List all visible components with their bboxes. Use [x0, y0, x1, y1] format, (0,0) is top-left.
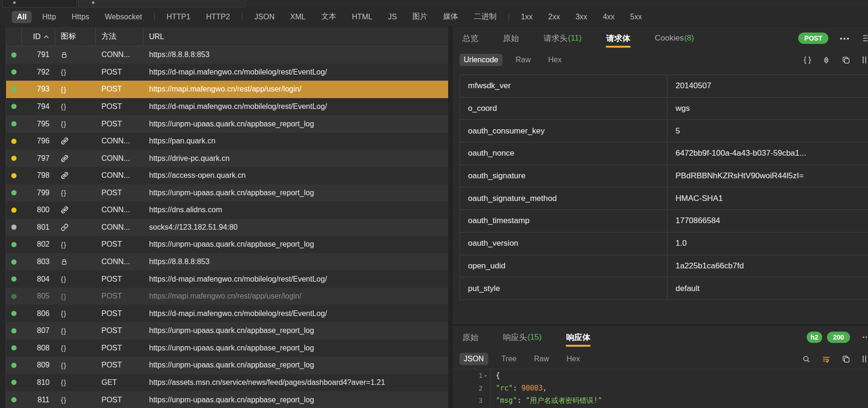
request-id: 797 — [22, 154, 55, 163]
expand-collapse-icon[interactable] — [822, 56, 831, 65]
filter-tab-2xx[interactable]: 2xx — [543, 11, 565, 23]
filter-tab-xml[interactable]: XML — [285, 11, 311, 23]
response-tab-响应头[interactable]: 响应头(15) — [501, 325, 544, 349]
request-tab-请求体[interactable]: 请求体 — [604, 26, 633, 50]
copy-icon[interactable] — [842, 355, 851, 364]
response-view-json[interactable]: JSON — [459, 353, 488, 365]
request-tab-请求头[interactable]: 请求头(11) — [541, 26, 584, 50]
table-row[interactable]: 804{}POSThttps://d-mapi.mafengwo.cn/mobi… — [6, 270, 448, 288]
param-row[interactable]: put_styledefault — [460, 277, 868, 300]
clipped-edge-icon — [861, 33, 868, 43]
token-number: 90003 — [521, 384, 542, 392]
json-braces-icon: {} — [61, 396, 67, 404]
session-tab[interactable] — [2, 0, 77, 8]
param-key: oauth_consumer_key — [460, 120, 668, 142]
request-tab-label: 请求体 — [606, 33, 630, 44]
param-row[interactable]: oauth_version1.0 — [460, 233, 868, 255]
request-id: 808 — [22, 344, 55, 352]
json-braces-icon: {} — [61, 68, 67, 76]
param-row[interactable]: o_coordwgs — [460, 98, 868, 120]
column-header-method[interactable]: 方法 — [96, 27, 143, 46]
status-cell — [6, 156, 22, 161]
param-row[interactable]: oauth_signaturePBdRBBNhKZRsHtV90woiR44l5… — [460, 165, 868, 188]
filter-tab-http2[interactable]: HTTP2 — [201, 11, 235, 23]
request-detail-section: 总览原始请求头(11)请求体Cookies(8) POST ••• Urlenc… — [453, 26, 868, 70]
column-header-status[interactable] — [6, 27, 22, 46]
request-tab-label: 总览 — [462, 33, 478, 44]
filter-tab-http[interactable]: Http — [37, 11, 61, 23]
column-header-id[interactable]: ID — [22, 27, 55, 46]
response-view-tree[interactable]: Tree — [497, 353, 521, 365]
request-id: 809 — [22, 361, 55, 369]
table-row[interactable]: 801CONN...socks4://123.182.51.94:80 — [6, 219, 448, 236]
request-tab-总览[interactable]: 总览 — [460, 26, 481, 50]
request-view-raw[interactable]: Raw — [511, 54, 535, 66]
table-row[interactable]: 799{}POSThttps://unpm-upaas.quark.cn/app… — [6, 184, 448, 202]
param-row[interactable]: oauth_nonce6472bb9f-100a-4a43-b037-59cba… — [460, 142, 868, 165]
filter-tab-http1[interactable]: HTTP1 — [161, 11, 196, 23]
table-row[interactable]: 791CONN...https://8.8.8.8:853 — [6, 46, 448, 64]
table-row[interactable]: 808{}POSThttps://unpm-upaas.quark.cn/app… — [6, 340, 448, 357]
table-row[interactable]: 797CONN...https://drive-pc.quark.cn — [6, 150, 448, 167]
word-wrap-icon[interactable] — [822, 355, 831, 364]
column-header-url[interactable]: URL — [143, 27, 448, 46]
fold-caret-icon[interactable]: ▾ — [483, 373, 488, 378]
request-view-hex[interactable]: Hex — [544, 54, 566, 66]
response-tab-响应体[interactable]: 响应体 — [564, 325, 593, 349]
status-dot-green — [11, 380, 17, 385]
copy-icon[interactable] — [842, 56, 851, 65]
response-tab-原始[interactable]: 原始 — [460, 325, 481, 349]
param-row[interactable]: open_udid1a225b1ca66cb7fd — [460, 255, 868, 278]
filter-tab-https[interactable]: Https — [67, 11, 94, 23]
filter-tab-js[interactable]: JS — [383, 11, 402, 23]
search-icon[interactable] — [802, 355, 811, 364]
table-row[interactable]: 806{}POSThttps://d-mapi.mafengwo.cn/mobi… — [6, 305, 448, 322]
param-row[interactable]: oauth_consumer_key5 — [460, 120, 868, 142]
filter-tab-all[interactable]: All — [12, 11, 32, 23]
table-row[interactable]: 800CONN...https://dns.alidns.com — [6, 201, 448, 219]
table-row[interactable]: 811{}POSThttps://unpm-upaas.quark.cn/app… — [6, 391, 448, 408]
table-row[interactable]: 805{}POSThttps://mapi.mafengwo.cn/rest/a… — [6, 288, 448, 305]
table-row[interactable]: 794{}POSThttps://d-mapi.mafengwo.cn/mobi… — [6, 98, 448, 116]
request-tab-原始[interactable]: 原始 — [501, 26, 521, 50]
response-view-raw[interactable]: Raw — [530, 353, 553, 365]
filter-tab-json[interactable]: JSON — [249, 11, 280, 23]
filter-tab-图片[interactable]: 图片 — [407, 10, 433, 24]
table-row[interactable]: 802{}POSThttps://unpm-upaas.quark.cn/app… — [6, 236, 448, 253]
table-row[interactable]: 809{}POSThttps://unpm-upaas.quark.cn/app… — [6, 357, 448, 374]
filter-tab-4xx[interactable]: 4xx — [598, 11, 620, 23]
response-view-hex[interactable]: Hex — [562, 353, 584, 365]
filter-tab-5xx[interactable]: 5xx — [625, 11, 647, 23]
request-tab-Cookies[interactable]: Cookies(8) — [652, 26, 696, 50]
filter-tab-websocket[interactable]: Websocket — [100, 11, 147, 23]
column-header-icon[interactable]: 图标 — [55, 27, 96, 46]
panel-splitter[interactable] — [448, 26, 453, 408]
request-url: https://unpm-upaas.quark.cn/appbase_repo… — [143, 344, 448, 352]
filter-tab-媒体[interactable]: 媒体 — [438, 10, 463, 24]
status-dot-green — [11, 104, 17, 109]
table-row[interactable]: 803CONN...https://8.8.8.8:853 — [6, 253, 448, 271]
param-row[interactable]: oauth_timestamp1770866584 — [460, 210, 868, 233]
filter-separator — [509, 13, 509, 21]
session-tab[interactable] — [78, 0, 245, 8]
table-row[interactable]: 795{}POSThttps://unpm-upaas.quark.cn/app… — [6, 115, 448, 133]
filter-tab-3xx[interactable]: 3xx — [570, 11, 593, 23]
request-view-urlencode[interactable]: Urlencode — [459, 54, 502, 66]
more-menu-icon[interactable]: ••• — [840, 34, 850, 42]
param-row[interactable]: oauth_signature_methodHMAC-SHA1 — [460, 187, 868, 210]
response-json-editor[interactable]: 1▾{2"rc": 90003,3"msg": "用户名或者密码错误!" — [453, 369, 868, 408]
format-braces-icon[interactable]: { } — [804, 56, 811, 64]
table-row[interactable]: 796CONN...https://pan.quark.cn — [6, 133, 448, 150]
filter-tab-1xx[interactable]: 1xx — [516, 11, 538, 23]
table-row[interactable]: 793{}POSThttps://mapi.mafengwo.cn/rest/a… — [6, 81, 448, 98]
table-row[interactable]: 807{}POSThttps://unpm-upaas.quark.cn/app… — [6, 322, 448, 340]
table-row[interactable]: 810{}GEThttps://assets.msn.cn/service/ne… — [6, 374, 448, 391]
request-type-cell — [55, 172, 96, 179]
table-row[interactable]: 792{}POSThttps://d-mapi.mafengwo.cn/mobi… — [6, 64, 448, 81]
table-row[interactable]: 798CONN...https://access-open.quark.cn — [6, 167, 448, 184]
filter-tab-文本[interactable]: 文本 — [316, 10, 342, 24]
param-row[interactable]: mfwsdk_ver20140507 — [460, 75, 868, 98]
request-url: https://d-mapi.mafengwo.cn/mobilelog/res… — [143, 102, 448, 111]
filter-tab-二进制[interactable]: 二进制 — [468, 10, 501, 24]
filter-tab-html[interactable]: HTML — [347, 11, 378, 23]
